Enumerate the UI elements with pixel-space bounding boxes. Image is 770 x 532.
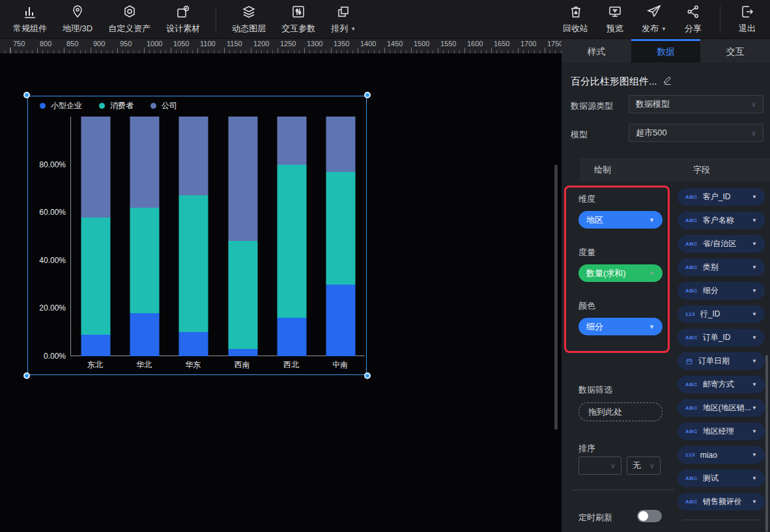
text-type-icon: ABC	[685, 382, 698, 387]
toolbar-button-preview[interactable]: 预览	[606, 4, 623, 35]
selection-handle-bottom-left[interactable]	[23, 372, 30, 379]
bar-segment-公司[interactable]	[277, 117, 306, 165]
field-item[interactable]: ABC测试▼	[677, 469, 765, 487]
ruler-number: 750	[13, 40, 25, 48]
bar-segment-消费者[interactable]	[81, 217, 110, 335]
bar-segment-公司[interactable]	[326, 117, 356, 172]
legend-item[interactable]: 消费者	[99, 100, 134, 111]
ruler-number: 1200	[253, 40, 269, 48]
field-item[interactable]: ABC省/自治区▼	[677, 235, 765, 253]
bar-segment-消费者[interactable]	[326, 172, 356, 285]
bar-segment-消费者[interactable]	[277, 165, 306, 318]
stacked-bar-东北[interactable]	[81, 117, 110, 356]
selection-handle-bottom-right[interactable]	[364, 372, 371, 379]
chevron-down-icon: ▼	[752, 194, 757, 200]
field-item[interactable]: ABC订单_ID▼	[677, 329, 765, 346]
toolbar-button-hexagon-asset[interactable]: 自定义资产	[108, 4, 150, 35]
bar-segment-小型企业[interactable]	[81, 335, 110, 356]
chart-bars	[71, 117, 365, 356]
design-canvas[interactable]: 小型企业消费者公司 0.00%20.00%40.00%60.00%80.00% …	[0, 53, 562, 532]
chevron-down-icon: ∨	[649, 462, 655, 470]
legend-item[interactable]: 公司	[150, 100, 177, 111]
source-type-dropdown[interactable]: 数据模型 ∨	[629, 95, 763, 113]
field-item[interactable]: ABC邮寄方式▼	[677, 376, 765, 393]
text-type-icon: ABC	[685, 241, 698, 247]
bar-segment-小型企业[interactable]	[326, 285, 356, 356]
text-type-icon: ABC	[685, 405, 698, 411]
subtab-draw[interactable]: 绘制	[594, 164, 611, 176]
chevron-down-icon: ∨	[610, 462, 616, 470]
sort-field-select[interactable]: ∨	[578, 456, 621, 475]
toolbar-button-layers[interactable]: 动态图层	[232, 4, 266, 35]
panel-tab-交互[interactable]: 交互	[700, 39, 770, 63]
field-item[interactable]: ABC地区经理▼	[677, 423, 765, 440]
panel-tab-数据[interactable]: 数据	[631, 39, 701, 63]
bar-segment-公司[interactable]	[130, 117, 159, 208]
bar-segment-消费者[interactable]	[179, 195, 208, 332]
bar-segment-消费者[interactable]	[228, 241, 257, 349]
stacked-bar-西北[interactable]	[277, 117, 306, 356]
share-icon	[685, 4, 701, 20]
app-root: 常规组件地理/3D自定义资产设计素材动态图层交互参数排列▼ 回收站预览发布▼分享…	[0, 0, 770, 532]
bar-segment-公司[interactable]	[81, 117, 110, 217]
bar-slot	[71, 117, 120, 356]
ruler-number: 1550	[440, 40, 456, 48]
bar-segment-公司[interactable]	[179, 117, 208, 195]
x-axis-category-label: 华东	[169, 359, 218, 371]
field-item[interactable]: ABC销售额评价▼	[677, 493, 765, 511]
ruler-number: 1250	[280, 40, 296, 48]
toolbar-button-bar-chart[interactable]: 常规组件	[13, 4, 47, 35]
stacked-bar-华东[interactable]	[179, 117, 208, 356]
field-item[interactable]: ABC客户_ID▼	[677, 188, 765, 206]
field-item[interactable]: 123miao▼	[677, 446, 765, 464]
chart-plot-area	[70, 117, 365, 356]
filter-drop-zone[interactable]: 拖到此处	[578, 402, 663, 421]
chart-y-axis: 0.00%20.00%40.00%60.00%80.00%	[28, 117, 66, 356]
field-item[interactable]: 123行_ID▼	[677, 305, 765, 323]
ruler-number: 1350	[334, 40, 349, 48]
toolbar-button-exit[interactable]: 退出	[739, 4, 756, 35]
ruler-number: 1150	[227, 40, 242, 48]
toolbar-button-arrange[interactable]: 排列▼	[331, 4, 356, 35]
model-dropdown[interactable]: 超市500 ∨	[629, 124, 763, 142]
toolbar-button-share[interactable]: 分享	[685, 4, 702, 35]
panel-tab-样式[interactable]: 样式	[562, 39, 631, 63]
toolbar-button-design-asset[interactable]: 设计素材	[166, 4, 200, 35]
panel-vertical-scrollbar[interactable]	[765, 355, 768, 532]
toolbar-button-publish[interactable]: 发布▼	[642, 4, 666, 35]
bar-segment-小型企业[interactable]	[179, 332, 208, 356]
legend-item[interactable]: 小型企业	[40, 100, 82, 111]
text-type-icon: ABC	[685, 335, 698, 341]
field-item[interactable]: 订单日期▼	[677, 352, 765, 370]
subtab-fields[interactable]: 字段	[693, 164, 710, 176]
field-item[interactable]: ABC地区(地区销...▼	[677, 399, 765, 417]
sort-order-select[interactable]: 无 ∨	[627, 456, 661, 475]
field-item[interactable]: ABC细分▼	[677, 282, 765, 300]
bar-segment-消费者[interactable]	[130, 208, 159, 313]
bar-slot	[169, 117, 218, 356]
ruler-number: 1300	[307, 40, 322, 48]
field-name: 销售额评价	[703, 496, 742, 507]
bar-segment-小型企业[interactable]	[228, 349, 257, 356]
toolbar-button-sliders[interactable]: 交互参数	[281, 4, 315, 35]
bar-segment-小型企业[interactable]	[130, 313, 159, 356]
toolbar-button-map-pin[interactable]: 地理/3D	[63, 4, 93, 35]
stacked-bar-西南[interactable]	[228, 117, 257, 356]
y-axis-tick-label: 60.00%	[28, 208, 66, 217]
timed-refresh-toggle[interactable]	[637, 510, 662, 522]
stacked-bar-中南[interactable]	[326, 117, 356, 356]
canvas-vertical-scrollbar[interactable]	[554, 165, 558, 430]
toolbar-button-trash[interactable]: 回收站	[563, 4, 588, 35]
selection-handle-top-right[interactable]	[364, 92, 371, 98]
bar-segment-小型企业[interactable]	[277, 318, 306, 356]
ruler-number: 800	[40, 40, 51, 48]
field-item[interactable]: ABC类别▼	[677, 259, 765, 276]
toolbar-button-label: 发布▼	[642, 23, 666, 35]
bar-segment-公司[interactable]	[228, 117, 257, 241]
percentage-bar-chart-component[interactable]: 小型企业消费者公司 0.00%20.00%40.00%60.00%80.00% …	[28, 96, 366, 374]
field-item[interactable]: ABC客户名称▼	[677, 212, 765, 229]
chevron-down-icon: ∨	[751, 100, 756, 109]
selection-handle-top-left[interactable]	[23, 92, 30, 98]
edit-pencil-icon[interactable]	[663, 75, 673, 88]
stacked-bar-华北[interactable]	[130, 117, 159, 356]
